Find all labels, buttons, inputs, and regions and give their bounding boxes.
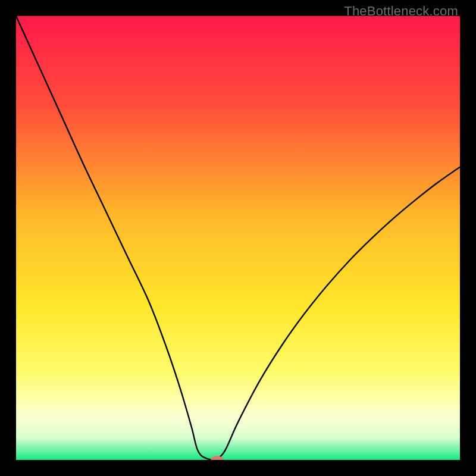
chart-background: [16, 16, 460, 460]
bottleneck-chart: [16, 16, 460, 460]
outer-frame: TheBottleneck.com: [0, 0, 476, 476]
